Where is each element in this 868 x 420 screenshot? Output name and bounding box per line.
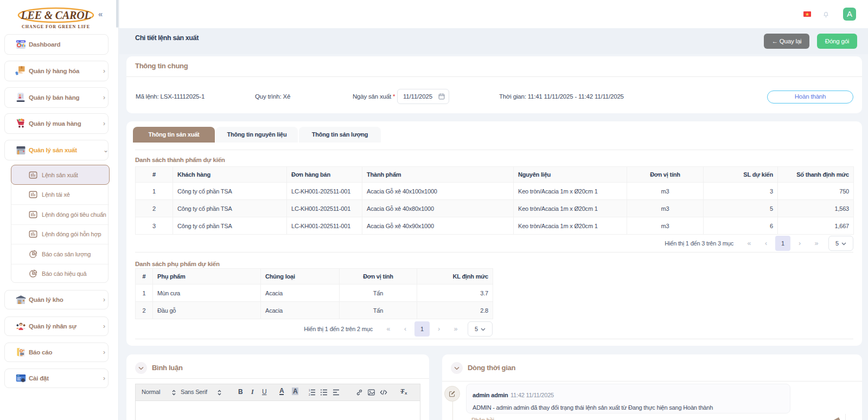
- svg-text:CHANGE FOR GREEN LIFE: CHANGE FOR GREEN LIFE: [22, 24, 90, 29]
- svg-text:LEE & CAROL: LEE & CAROL: [21, 9, 91, 21]
- svg-text:2: 2: [309, 393, 310, 396]
- svg-text:1: 1: [309, 389, 310, 392]
